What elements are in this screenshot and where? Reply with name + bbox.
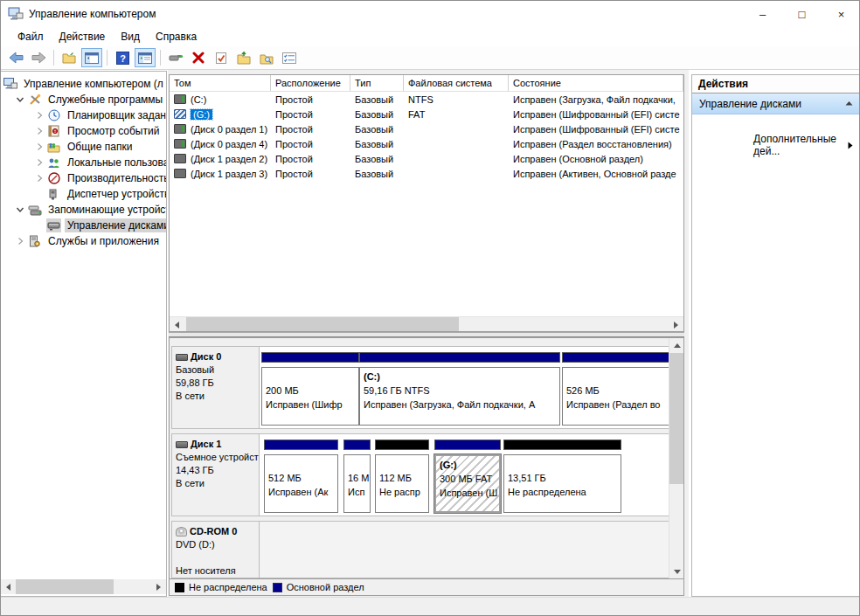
column-header-status[interactable]: Состояние: [509, 75, 683, 91]
tree-item-label: Диспетчер устройств: [65, 187, 166, 201]
volume-status: Исправен (Основной раздел): [509, 151, 683, 166]
volume-fs: NTFS: [404, 92, 509, 107]
disk-kind: Базовый: [176, 363, 256, 377]
partition-c-drive[interactable]: (C:) 59,16 ГБ NTFS Исправен (Загрузка, Ф…: [359, 352, 560, 426]
column-header-volume[interactable]: Том: [170, 75, 271, 91]
disk-row-disk1: Диск 1 Съемное устройство 14,43 ГБ В сет…: [171, 433, 675, 516]
help-icon[interactable]: ?: [112, 48, 133, 67]
show-action-pane-icon[interactable]: [135, 48, 156, 67]
open-icon[interactable]: [233, 48, 254, 67]
rescan-icon[interactable]: [165, 48, 186, 67]
tree-item-performance[interactable]: Производительность: [1, 170, 166, 186]
scroll-down-icon[interactable]: [669, 564, 684, 578]
column-header-type[interactable]: Тип: [350, 75, 404, 91]
volume-location: Простой: [271, 151, 350, 166]
device-manager-icon: [46, 187, 61, 201]
chevron-down-icon[interactable]: [13, 203, 27, 217]
table-row[interactable]: (Диск 1 раздел 3) Простой Базовый Исправ…: [170, 166, 683, 181]
table-row-selected[interactable]: (G:) Простой Базовый FAT Исправен (Шифро…: [170, 107, 683, 121]
legend-label: Не распределена: [189, 582, 267, 592]
chevron-right-icon[interactable]: [32, 171, 46, 185]
shared-folders-icon: [46, 140, 61, 154]
scroll-right-icon[interactable]: [151, 579, 166, 594]
chevron-down-icon[interactable]: [13, 93, 27, 107]
table-row[interactable]: (Диск 1 раздел 2) Простой Базовый Исправ…: [170, 151, 683, 166]
computer-management-window: Управление компьютером – □ × Файл Действ…: [0, 0, 860, 616]
chevron-right-icon[interactable]: [32, 108, 46, 122]
tree-item-label: Служебные программы: [45, 93, 165, 107]
table-horizontal-scrollbar[interactable]: [170, 316, 683, 331]
tree-item-local-users[interactable]: Локальные пользовате: [1, 155, 166, 170]
tree-item-task-scheduler[interactable]: Планировщик заданий: [1, 107, 166, 123]
tree-item-event-viewer[interactable]: Просмотр событий: [1, 123, 166, 139]
unallocated-112mb[interactable]: 112 МБ Не распр: [375, 440, 429, 513]
graphics-vertical-scrollbar[interactable]: [669, 338, 683, 578]
tree-item-disk-management[interactable]: Управление дисками: [1, 218, 166, 233]
volume-status: Исправен (Загрузка, Файл подкачки,: [509, 92, 683, 107]
close-button[interactable]: ×: [822, 1, 860, 27]
tree-horizontal-scrollbar[interactable]: [1, 579, 166, 594]
tree-item-services-apps[interactable]: Службы и приложения: [1, 233, 166, 249]
tree-item-label: Просмотр событий: [65, 124, 162, 138]
delete-icon[interactable]: [188, 48, 209, 67]
scrollbar-thumb[interactable]: [669, 353, 683, 484]
scroll-right-icon[interactable]: [669, 317, 683, 332]
explore-icon[interactable]: [256, 48, 277, 67]
partition-status: Не распределена: [508, 485, 621, 499]
scrollbar-thumb[interactable]: [16, 579, 114, 594]
tree-item-label: Службы и приложения: [45, 234, 162, 248]
menu-help[interactable]: Справка: [148, 29, 205, 45]
partition-recovery-526mb[interactable]: 526 МБ Исправен (Раздел во: [562, 352, 672, 426]
tree-item-device-manager[interactable]: Диспетчер устройств: [1, 186, 166, 202]
chevron-right-icon[interactable]: [32, 124, 46, 138]
partition-16mb[interactable]: 16 М Исп: [343, 440, 371, 513]
column-header-location[interactable]: Расположение: [271, 75, 350, 91]
forward-icon[interactable]: [28, 48, 49, 67]
table-row[interactable]: (C:) Простой Базовый NTFS Исправен (Загр…: [170, 92, 683, 107]
table-row[interactable]: (Диск 0 раздел 1) Простой Базовый Исправ…: [170, 121, 683, 136]
disk-size: 59,88 ГБ: [176, 377, 256, 390]
minimize-button[interactable]: –: [743, 1, 782, 27]
chevron-right-icon[interactable]: [32, 156, 46, 170]
unallocated-13gb[interactable]: 13,51 ГБ Не распределена: [503, 440, 621, 513]
column-header-filesystem[interactable]: Файловая система: [404, 75, 509, 91]
show-console-tree-icon[interactable]: [59, 48, 80, 67]
cdrom0-header[interactable]: CD-ROM 0 DVD (D:) Нет носителя: [172, 522, 260, 578]
partition-efi-200mb[interactable]: 200 МБ Исправен (Шифр: [261, 352, 359, 426]
mark-active-icon[interactable]: [211, 48, 232, 67]
chevron-right-icon[interactable]: [13, 234, 27, 248]
properties-icon[interactable]: [279, 48, 300, 67]
tree-item-system-tools[interactable]: Служебные программы: [1, 92, 166, 107]
scheduler-icon: [46, 108, 61, 122]
disk-icon: [176, 441, 188, 448]
show-left-pane-icon[interactable]: [81, 48, 102, 67]
partition-color-band: [261, 352, 359, 363]
partition-color-band: [434, 440, 501, 450]
actions-more-item[interactable]: Дополнительные дей...: [692, 130, 860, 160]
actions-group-disk-management[interactable]: Управление дисками: [692, 93, 860, 114]
disk0-header[interactable]: Диск 0 Базовый 59,88 ГБ В сети: [172, 347, 260, 428]
menu-view[interactable]: Вид: [113, 29, 148, 45]
partition-color-band: [359, 352, 560, 363]
menu-action[interactable]: Действие: [52, 29, 114, 45]
maximize-button[interactable]: □: [782, 1, 822, 27]
scroll-left-icon[interactable]: [170, 317, 184, 332]
collapse-arrow-icon[interactable]: [845, 100, 853, 107]
chevron-right-icon[interactable]: [32, 140, 46, 154]
tree-item-computer-management[interactable]: Управление компьютером (л: [1, 76, 166, 92]
scroll-up-icon[interactable]: [669, 338, 684, 353]
users-icon: [46, 156, 61, 170]
disk1-header[interactable]: Диск 1 Съемное устройство 14,43 ГБ В сет…: [172, 434, 260, 516]
tree-item-shared-folders[interactable]: Общие папки: [1, 139, 166, 155]
scroll-left-icon[interactable]: [1, 579, 16, 594]
partition-512mb[interactable]: 512 МБ Исправен (Ак: [264, 440, 338, 513]
partition-g-drive-selected[interactable]: (G:) 300 МБ FAT Исправен (Ш: [434, 440, 501, 513]
tree-item-label: Локальные пользовате: [65, 156, 166, 170]
table-row[interactable]: (Диск 0 раздел 4) Простой Базовый Исправ…: [170, 136, 683, 151]
tree-item-storage[interactable]: Запоминающие устройст: [1, 202, 166, 218]
menu-file[interactable]: Файл: [10, 29, 52, 45]
scrollbar-thumb[interactable]: [186, 317, 459, 331]
back-icon[interactable]: [5, 48, 26, 67]
disk-management-icon: [46, 218, 61, 232]
partition-status: Исправен (Ак: [268, 485, 337, 499]
